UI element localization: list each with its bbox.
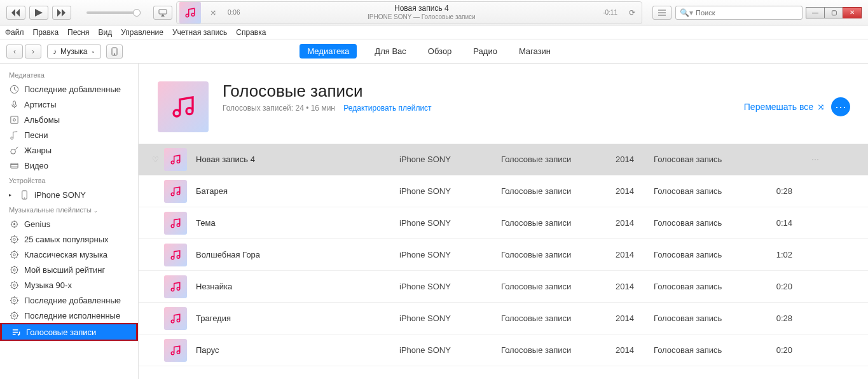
sidebar-item-label: Артисты bbox=[24, 100, 57, 109]
track-row[interactable]: Волшебная ГораiPhone SONYГолосовые запис… bbox=[139, 239, 868, 271]
menu-Вид[interactable]: Вид bbox=[99, 28, 113, 37]
tab-Радио[interactable]: Радио bbox=[469, 45, 501, 57]
menu-bar: ФайлПравкаПесняВидУправлениеУчетная запи… bbox=[0, 25, 868, 39]
menu-Учетная запись[interactable]: Учетная запись bbox=[172, 28, 227, 37]
track-album: Голосовые записи bbox=[501, 155, 616, 164]
sidebar-item-Песни[interactable]: Песни bbox=[0, 127, 138, 142]
sidebar: МедиатекаПоследние добавленныеАртистыАль… bbox=[0, 64, 139, 379]
iphone-icon bbox=[19, 190, 29, 200]
airplay-button[interactable] bbox=[153, 6, 172, 20]
track-duration: 0:14 bbox=[768, 218, 806, 228]
sidebar-item-label: Альбомы bbox=[24, 115, 60, 125]
edit-playlist-link[interactable]: Редактировать плейлист bbox=[343, 104, 431, 113]
shuffle-all-button[interactable]: Перемешать все ⤨ bbox=[744, 102, 825, 112]
sidebar-item-Классическая музыка[interactable]: Классическая музыка bbox=[0, 247, 138, 262]
sidebar-item-Голосовые записи[interactable]: Голосовые записи bbox=[0, 323, 138, 341]
device-button[interactable] bbox=[106, 45, 123, 59]
sidebar-item-label: Последние добавленные bbox=[24, 296, 121, 305]
media-type-selector[interactable]: ♪ Музыка ⌄ bbox=[47, 45, 101, 59]
menu-Песня[interactable]: Песня bbox=[67, 28, 89, 37]
sidebar-item-25 самых популярных[interactable]: 25 самых популярных bbox=[0, 231, 138, 247]
tab-Магазин[interactable]: Магазин bbox=[515, 45, 555, 57]
sidebar-item-Мой высший рейтинг[interactable]: Мой высший рейтинг bbox=[0, 262, 138, 277]
sidebar-item-Последние добавленные[interactable]: Последние добавленные bbox=[0, 293, 138, 308]
playlist-title: Голосовые записи bbox=[223, 81, 432, 101]
track-artist: iPhone SONY bbox=[399, 282, 501, 291]
genius-icon bbox=[9, 219, 19, 229]
minimize-button[interactable]: — bbox=[806, 7, 825, 18]
track-row[interactable]: ♡Новая запись 4iPhone SONYГолосовые запи… bbox=[139, 144, 868, 176]
sidebar-item-Жанры[interactable]: Жанры bbox=[0, 142, 138, 158]
track-year: 2014 bbox=[616, 186, 654, 196]
svg-point-10 bbox=[24, 197, 25, 198]
mic-icon bbox=[9, 99, 19, 109]
track-row[interactable]: ТрагедияiPhone SONYГолосовые записи2014Г… bbox=[139, 303, 868, 334]
volume-slider[interactable] bbox=[86, 11, 141, 14]
sidebar-item-iPhone SONY[interactable]: ▸iPhone SONY bbox=[0, 187, 138, 202]
play-button[interactable] bbox=[29, 6, 48, 20]
track-row[interactable]: ТемаiPhone SONYГолосовые записи2014Голос… bbox=[139, 207, 868, 239]
sidebar-item-Последние добавленные[interactable]: Последние добавленные bbox=[0, 81, 138, 97]
sidebar-item-label: Классическая музыка bbox=[24, 250, 107, 259]
guitar-icon bbox=[9, 145, 19, 155]
heart-icon[interactable]: ♡ bbox=[146, 155, 164, 164]
time-elapsed: 0:06 bbox=[223, 9, 245, 16]
sidebar-header: Музыкальные плейлисты ⌄ bbox=[0, 202, 138, 216]
track-more-icon[interactable]: ⋯ bbox=[806, 155, 824, 164]
prev-button[interactable] bbox=[6, 6, 25, 20]
svg-point-22 bbox=[13, 299, 15, 301]
playback-bar: ⤨ 0:06 Новая запись 4 IPHONE SONY — Голо… bbox=[0, 0, 868, 25]
track-genre: Голосовая запись bbox=[654, 250, 768, 259]
svg-point-24 bbox=[13, 314, 15, 316]
menu-Правка[interactable]: Правка bbox=[33, 28, 59, 37]
playlist-meta: Голосовых записей: 24 • 16 мин bbox=[223, 104, 335, 113]
repeat-icon[interactable]: ⟳ bbox=[623, 8, 642, 17]
track-album: Голосовые записи bbox=[501, 282, 616, 291]
track-genre: Голосовая запись bbox=[654, 314, 768, 323]
forward-button[interactable]: › bbox=[25, 45, 41, 59]
track-name: Новая запись 4 bbox=[196, 155, 399, 164]
more-actions-button[interactable]: ⋯ bbox=[831, 97, 850, 116]
search-field[interactable] bbox=[696, 9, 798, 17]
tab-Обзор[interactable]: Обзор bbox=[424, 45, 456, 57]
menu-Файл[interactable]: Файл bbox=[5, 28, 24, 37]
track-duration: 0:20 bbox=[768, 282, 806, 291]
svg-point-7 bbox=[10, 149, 15, 154]
sidebar-item-Артисты[interactable]: Артисты bbox=[0, 97, 138, 112]
search-icon: 🔍▾ bbox=[680, 8, 693, 17]
list-view-button[interactable] bbox=[652, 6, 672, 20]
transport-controls bbox=[0, 6, 78, 20]
tab-Для Вас[interactable]: Для Вас bbox=[371, 45, 410, 57]
now-playing-title: Новая запись 4 bbox=[245, 4, 598, 13]
sidebar-item-Последние исполненные[interactable]: Последние исполненные bbox=[0, 308, 138, 323]
shuffle-icon[interactable]: ⤨ bbox=[203, 8, 223, 17]
gear-icon bbox=[9, 234, 19, 244]
sidebar-item-Музыка 90-х[interactable]: Музыка 90-х bbox=[0, 277, 138, 293]
track-year: 2014 bbox=[616, 218, 654, 228]
track-artist: iPhone SONY bbox=[399, 186, 501, 196]
window-buttons: — ▢ ✕ bbox=[806, 7, 862, 18]
playlist-artwork bbox=[158, 81, 209, 132]
close-button[interactable]: ✕ bbox=[843, 7, 862, 18]
back-button[interactable]: ‹ bbox=[6, 45, 23, 59]
sidebar-item-Genius[interactable]: Genius bbox=[0, 216, 138, 231]
note-icon bbox=[9, 130, 19, 140]
maximize-button[interactable]: ▢ bbox=[824, 7, 843, 18]
gear-icon bbox=[9, 295, 19, 305]
sidebar-item-Альбомы[interactable]: Альбомы bbox=[0, 112, 138, 127]
track-list: ♡Новая запись 4iPhone SONYГолосовые запи… bbox=[139, 144, 868, 366]
menu-Справка[interactable]: Справка bbox=[236, 28, 266, 37]
search-input[interactable]: 🔍▾ bbox=[675, 6, 803, 20]
track-duration: 0:28 bbox=[768, 314, 806, 323]
sidebar-item-Видео[interactable]: Видео bbox=[0, 158, 138, 173]
playlist-icon bbox=[11, 327, 21, 337]
sidebar-item-label: Последние добавленные bbox=[24, 85, 121, 94]
track-genre: Голосовая запись bbox=[654, 218, 768, 228]
track-row[interactable]: ПарусiPhone SONYГолосовые записи2014Голо… bbox=[139, 334, 868, 366]
track-row[interactable]: НезнайкаiPhone SONYГолосовые записи2014Г… bbox=[139, 271, 868, 303]
tab-Медиатека[interactable]: Медиатека bbox=[300, 44, 357, 59]
next-button[interactable] bbox=[52, 6, 71, 20]
menu-Управление[interactable]: Управление bbox=[121, 28, 163, 37]
track-album: Голосовые записи bbox=[501, 345, 616, 355]
track-row[interactable]: БатареяiPhone SONYГолосовые записи2014Го… bbox=[139, 176, 868, 207]
